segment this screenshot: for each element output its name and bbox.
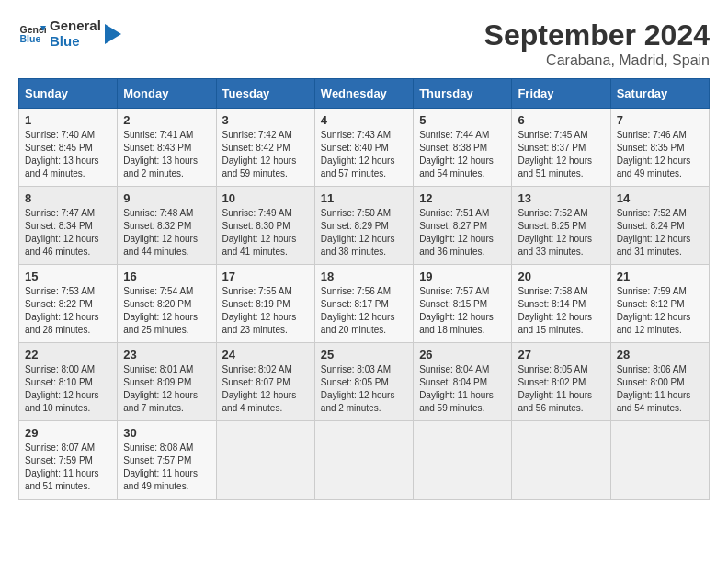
- day-number: 6: [518, 113, 604, 127]
- day-number: 22: [25, 348, 111, 362]
- svg-text:Blue: Blue: [20, 33, 41, 44]
- day-info: Sunrise: 7:44 AM Sunset: 8:38 PM Dayligh…: [419, 129, 506, 180]
- month-title: September 2024: [484, 18, 710, 52]
- calendar-day-cell: 19 Sunrise: 7:57 AM Sunset: 8:15 PM Dayl…: [414, 265, 512, 343]
- calendar-day-cell: 15 Sunrise: 7:53 AM Sunset: 8:22 PM Dayl…: [19, 265, 118, 343]
- day-number: 5: [419, 113, 506, 127]
- calendar-day-cell: 9 Sunrise: 7:48 AM Sunset: 8:32 PM Dayli…: [118, 187, 216, 265]
- calendar-day-cell: 30 Sunrise: 8:08 AM Sunset: 7:57 PM Dayl…: [118, 421, 216, 500]
- day-number: 11: [321, 191, 407, 205]
- calendar-header: SundayMondayTuesdayWednesdayThursdayFrid…: [19, 79, 710, 109]
- calendar-day-cell: 2 Sunrise: 7:41 AM Sunset: 8:43 PM Dayli…: [118, 109, 216, 187]
- day-info: Sunrise: 7:57 AM Sunset: 8:15 PM Dayligh…: [419, 285, 506, 337]
- weekday-header-monday: Monday: [118, 79, 216, 109]
- day-number: 18: [321, 270, 407, 283]
- calendar-day-cell: [314, 421, 413, 500]
- calendar-day-cell: 27 Sunrise: 8:05 AM Sunset: 8:02 PM Dayl…: [512, 343, 610, 421]
- day-number: 27: [518, 348, 604, 362]
- calendar-day-cell: 25 Sunrise: 8:03 AM Sunset: 8:05 PM Dayl…: [314, 343, 413, 421]
- calendar-day-cell: 23 Sunrise: 8:01 AM Sunset: 8:09 PM Dayl…: [118, 343, 216, 421]
- day-number: 9: [123, 191, 210, 205]
- weekday-header-friday: Friday: [512, 79, 610, 109]
- calendar-day-cell: [512, 421, 610, 500]
- day-number: 16: [123, 270, 210, 283]
- logo-general: General: [50, 18, 101, 34]
- day-number: 26: [419, 348, 506, 362]
- day-number: 12: [419, 191, 506, 205]
- weekday-header-wednesday: Wednesday: [314, 79, 413, 109]
- day-info: Sunrise: 8:02 AM Sunset: 8:07 PM Dayligh…: [222, 363, 309, 415]
- day-info: Sunrise: 8:07 AM Sunset: 7:59 PM Dayligh…: [25, 442, 111, 493]
- calendar-day-cell: 1 Sunrise: 7:40 AM Sunset: 8:45 PM Dayli…: [19, 109, 118, 187]
- day-info: Sunrise: 7:45 AM Sunset: 8:37 PM Dayligh…: [518, 129, 604, 180]
- day-number: 10: [222, 191, 309, 205]
- weekday-row: SundayMondayTuesdayWednesdayThursdayFrid…: [19, 79, 710, 109]
- calendar-day-cell: 18 Sunrise: 7:56 AM Sunset: 8:17 PM Dayl…: [314, 265, 413, 343]
- svg-marker-3: [105, 24, 121, 44]
- day-info: Sunrise: 8:03 AM Sunset: 8:05 PM Dayligh…: [321, 363, 407, 415]
- day-number: 7: [617, 113, 703, 127]
- calendar-day-cell: 6 Sunrise: 7:45 AM Sunset: 8:37 PM Dayli…: [512, 109, 610, 187]
- day-info: Sunrise: 7:54 AM Sunset: 8:20 PM Dayligh…: [123, 285, 210, 337]
- day-info: Sunrise: 7:52 AM Sunset: 8:25 PM Dayligh…: [518, 207, 604, 259]
- calendar-day-cell: 13 Sunrise: 7:52 AM Sunset: 8:25 PM Dayl…: [512, 187, 610, 265]
- calendar-table: SundayMondayTuesdayWednesdayThursdayFrid…: [18, 78, 710, 500]
- calendar-week-row: 8 Sunrise: 7:47 AM Sunset: 8:34 PM Dayli…: [19, 187, 710, 265]
- day-number: 1: [25, 113, 111, 127]
- weekday-header-tuesday: Tuesday: [216, 79, 314, 109]
- day-number: 17: [222, 270, 309, 283]
- calendar-day-cell: [414, 421, 512, 500]
- day-info: Sunrise: 8:08 AM Sunset: 7:57 PM Dayligh…: [123, 442, 210, 493]
- calendar-day-cell: 8 Sunrise: 7:47 AM Sunset: 8:34 PM Dayli…: [19, 187, 118, 265]
- day-number: 21: [617, 270, 703, 283]
- calendar-week-row: 15 Sunrise: 7:53 AM Sunset: 8:22 PM Dayl…: [19, 265, 710, 343]
- weekday-header-thursday: Thursday: [414, 79, 512, 109]
- day-info: Sunrise: 7:59 AM Sunset: 8:12 PM Dayligh…: [617, 285, 703, 337]
- logo-arrow-icon: [105, 24, 121, 44]
- calendar-day-cell: 3 Sunrise: 7:42 AM Sunset: 8:42 PM Dayli…: [216, 109, 314, 187]
- calendar-week-row: 1 Sunrise: 7:40 AM Sunset: 8:45 PM Dayli…: [19, 109, 710, 187]
- day-number: 20: [518, 270, 604, 283]
- calendar-day-cell: 7 Sunrise: 7:46 AM Sunset: 8:35 PM Dayli…: [610, 109, 709, 187]
- calendar-day-cell: 22 Sunrise: 8:00 AM Sunset: 8:10 PM Dayl…: [19, 343, 118, 421]
- weekday-header-sunday: Sunday: [19, 79, 118, 109]
- calendar-day-cell: 5 Sunrise: 7:44 AM Sunset: 8:38 PM Dayli…: [414, 109, 512, 187]
- location-title: Carabana, Madrid, Spain: [484, 52, 710, 69]
- day-info: Sunrise: 7:46 AM Sunset: 8:35 PM Dayligh…: [617, 129, 703, 180]
- day-info: Sunrise: 8:06 AM Sunset: 8:00 PM Dayligh…: [617, 363, 703, 415]
- day-number: 8: [25, 191, 111, 205]
- calendar-day-cell: 14 Sunrise: 7:52 AM Sunset: 8:24 PM Dayl…: [610, 187, 709, 265]
- calendar-day-cell: 28 Sunrise: 8:06 AM Sunset: 8:00 PM Dayl…: [610, 343, 709, 421]
- day-number: 29: [25, 426, 111, 440]
- calendar-day-cell: [610, 421, 709, 500]
- calendar-day-cell: [216, 421, 314, 500]
- day-info: Sunrise: 7:40 AM Sunset: 8:45 PM Dayligh…: [25, 129, 111, 180]
- calendar-day-cell: 16 Sunrise: 7:54 AM Sunset: 8:20 PM Dayl…: [118, 265, 216, 343]
- calendar-day-cell: 11 Sunrise: 7:50 AM Sunset: 8:29 PM Dayl…: [314, 187, 413, 265]
- calendar-day-cell: 17 Sunrise: 7:55 AM Sunset: 8:19 PM Dayl…: [216, 265, 314, 343]
- header: General Blue General Blue September 2024…: [18, 18, 710, 69]
- day-info: Sunrise: 7:53 AM Sunset: 8:22 PM Dayligh…: [25, 285, 111, 337]
- calendar-day-cell: 10 Sunrise: 7:49 AM Sunset: 8:30 PM Dayl…: [216, 187, 314, 265]
- title-area: September 2024 Carabana, Madrid, Spain: [484, 18, 710, 69]
- calendar-day-cell: 24 Sunrise: 8:02 AM Sunset: 8:07 PM Dayl…: [216, 343, 314, 421]
- logo-blue: Blue: [50, 34, 101, 50]
- day-info: Sunrise: 7:43 AM Sunset: 8:40 PM Dayligh…: [321, 129, 407, 180]
- day-number: 25: [321, 348, 407, 362]
- calendar-day-cell: 29 Sunrise: 8:07 AM Sunset: 7:59 PM Dayl…: [19, 421, 118, 500]
- logo: General Blue General Blue: [18, 18, 121, 49]
- day-number: 19: [419, 270, 506, 283]
- day-info: Sunrise: 7:48 AM Sunset: 8:32 PM Dayligh…: [123, 207, 210, 259]
- day-info: Sunrise: 7:41 AM Sunset: 8:43 PM Dayligh…: [123, 129, 210, 180]
- day-info: Sunrise: 8:00 AM Sunset: 8:10 PM Dayligh…: [25, 363, 111, 415]
- day-info: Sunrise: 7:58 AM Sunset: 8:14 PM Dayligh…: [518, 285, 604, 337]
- day-info: Sunrise: 8:05 AM Sunset: 8:02 PM Dayligh…: [518, 363, 604, 415]
- day-info: Sunrise: 7:49 AM Sunset: 8:30 PM Dayligh…: [222, 207, 309, 259]
- calendar-body: 1 Sunrise: 7:40 AM Sunset: 8:45 PM Dayli…: [19, 109, 710, 500]
- day-number: 14: [617, 191, 703, 205]
- calendar-day-cell: 12 Sunrise: 7:51 AM Sunset: 8:27 PM Dayl…: [414, 187, 512, 265]
- day-number: 23: [123, 348, 210, 362]
- day-info: Sunrise: 7:51 AM Sunset: 8:27 PM Dayligh…: [419, 207, 506, 259]
- calendar-day-cell: 26 Sunrise: 8:04 AM Sunset: 8:04 PM Dayl…: [414, 343, 512, 421]
- day-info: Sunrise: 7:50 AM Sunset: 8:29 PM Dayligh…: [321, 207, 407, 259]
